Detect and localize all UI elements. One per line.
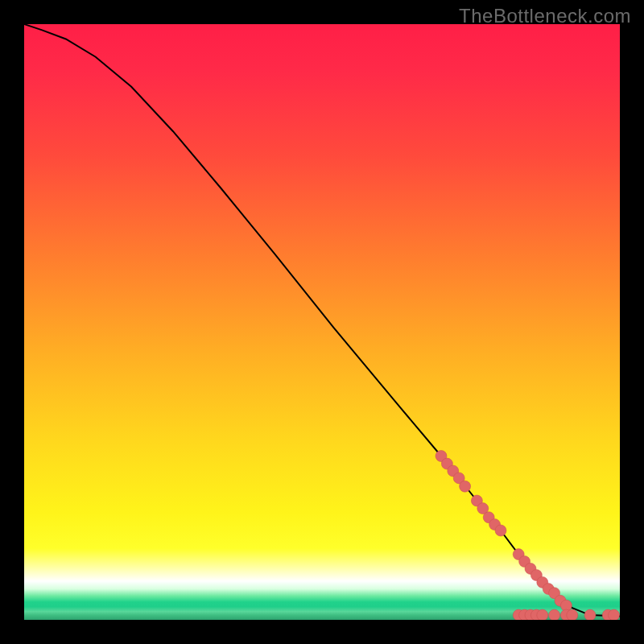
marker-point [549,609,560,620]
marker-point [495,525,506,536]
marker-group [436,451,620,621]
chart-overlay [24,24,620,620]
marker-point [584,609,596,620]
figure: TheBottleneck.com [0,0,644,644]
plot-area [24,24,620,620]
curve-line [24,24,620,617]
marker-point [460,481,471,492]
marker-point [537,609,548,620]
marker-point [609,609,620,620]
marker-point [567,609,578,620]
